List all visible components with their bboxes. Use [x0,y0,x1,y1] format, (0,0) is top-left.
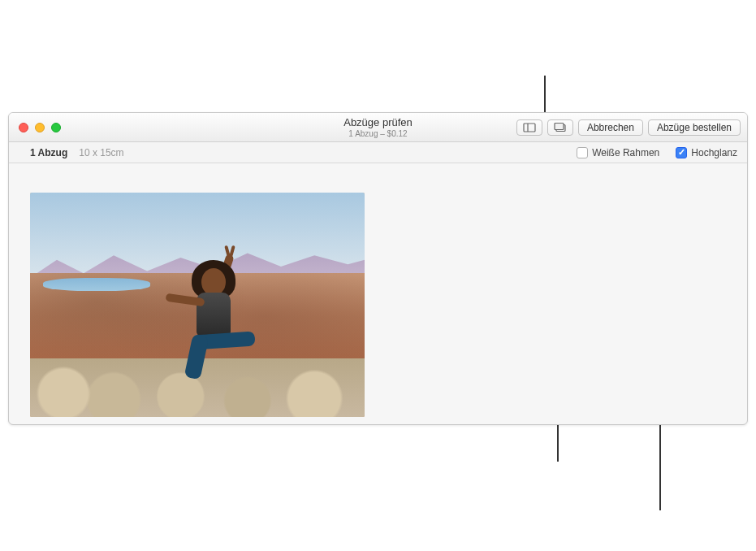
print-count-label: 1 Abzug [30,147,67,158]
maximize-button[interactable] [51,123,61,132]
window-title-group: Abzüge prüfen 1 Abzug – $0.12 [343,116,413,139]
glossy-option[interactable]: Hochglanz [676,147,737,158]
svg-rect-0 [524,124,535,132]
window-title: Abzüge prüfen [343,116,413,129]
close-button[interactable] [19,123,28,132]
format-icon [554,122,567,133]
white-border-label: Weiße Rahmen [592,147,659,158]
format-button[interactable] [547,119,573,136]
print-size-label: 10 x 15cm [79,147,123,158]
glossy-checkbox[interactable] [676,147,687,158]
callout-line-format-button [544,76,546,112]
window-subtitle: 1 Abzug – $0.12 [343,129,413,139]
options-bar: 1 Abzug 10 x 15cm Weiße Rahmen Hochglanz [9,142,747,163]
svg-rect-3 [555,123,564,129]
minimize-button[interactable] [35,123,45,132]
content-area [9,163,747,425]
white-border-option[interactable]: Weiße Rahmen [577,147,659,158]
cancel-button[interactable]: Abbrechen [578,119,643,136]
window-controls [9,123,61,132]
toolbar: Abbrechen Abzüge bestellen [516,119,747,136]
layout-view-button[interactable] [516,119,542,136]
print-review-window: Abzüge prüfen 1 Abzug – $0.12 Abbrechen … [8,112,748,425]
white-border-checkbox[interactable] [577,147,588,158]
titlebar: Abzüge prüfen 1 Abzug – $0.12 Abbrechen … [9,113,747,142]
photo-thumbnail[interactable] [30,193,365,417]
layout-icon [523,122,536,133]
glossy-label: Hochglanz [691,147,737,158]
order-prints-button[interactable]: Abzüge bestellen [648,119,741,136]
